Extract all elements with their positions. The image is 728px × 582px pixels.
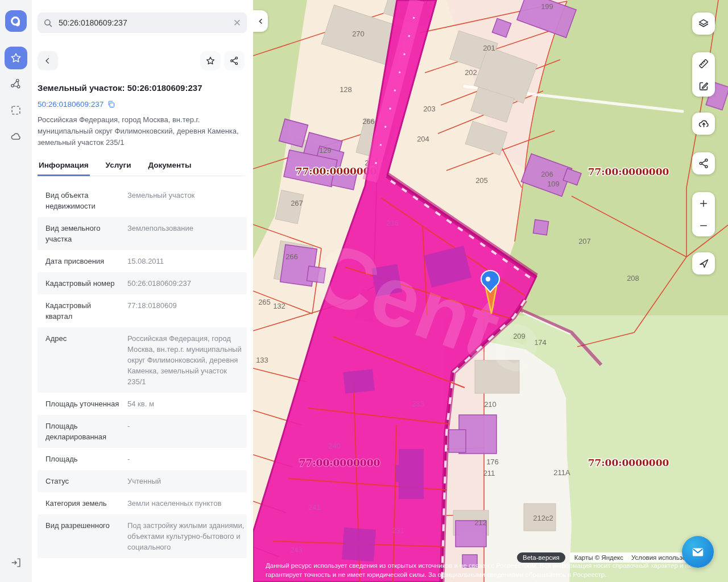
sidebar-item-favorites[interactable]: [5, 47, 27, 69]
tab-1[interactable]: Информация: [38, 157, 90, 176]
table-row: Кадастровый номер50:26:0180609:237: [38, 272, 247, 294]
tab-2[interactable]: Услуги: [105, 157, 133, 176]
feedback-button[interactable]: [682, 536, 714, 568]
parcel-label: 205: [475, 176, 488, 185]
cadastral-number-link[interactable]: 50:26:0180609:237: [38, 100, 245, 109]
row-label: Кадастровый номер: [46, 278, 119, 289]
table-row: Площадь уточненная54 кв. м: [38, 393, 247, 415]
app-window: ✕ Земельный участок: 50:26:01806: [0, 0, 728, 582]
parcel-label: 211: [483, 469, 495, 477]
chevron-left-icon: [43, 56, 52, 65]
tab-bar: ИнформацияУслугиДокументы: [38, 157, 245, 176]
back-button[interactable]: [38, 51, 58, 70]
row-label: Вид разрешенного: [46, 520, 119, 552]
parcel-label: 203: [423, 105, 436, 113]
sign-in-icon: [10, 556, 22, 569]
app-logo-icon[interactable]: [5, 10, 27, 32]
map-area[interactable]: 2712701992012021282032662041292682052061…: [253, 0, 728, 582]
favorite-button[interactable]: [200, 51, 221, 70]
row-label: Статус: [46, 476, 119, 487]
parcel-label: 206: [541, 170, 553, 178]
table-row: АдресРоссийская Федерация, город Москва,…: [38, 327, 247, 393]
row-value: Учтенный: [127, 476, 245, 487]
table-row: Дата присвоения15.08.2011: [38, 250, 247, 272]
locate-button[interactable]: [692, 252, 715, 275]
parcel-label: 204: [417, 135, 429, 143]
parcel-label: 265: [258, 298, 271, 306]
row-value: Российская Федерация, город Москва, вн.т…: [127, 333, 245, 387]
table-row: Вид объекта недвижимостиЗемельный участо…: [38, 184, 247, 217]
parcel-label: 266: [286, 252, 298, 261]
cadastral-map[interactable]: 2712701992012021282032662041292682052061…: [253, 0, 728, 582]
parcel-label: 128: [340, 85, 352, 94]
navigate-icon: [698, 257, 710, 269]
table-row: Площадь-: [38, 448, 247, 470]
parcel-label: 231: [392, 526, 404, 535]
row-value: 50:26:0180609:237: [127, 278, 245, 289]
upload-button[interactable]: [692, 113, 715, 135]
sidebar-item-geometry[interactable]: [5, 73, 27, 95]
search-input[interactable]: [57, 18, 229, 28]
parcel-label: 109: [547, 180, 560, 188]
parcel-label: 210: [484, 400, 497, 409]
share-icon: [698, 157, 710, 169]
zoom-group: [692, 192, 715, 236]
dashed-square-icon: [10, 104, 22, 117]
parcel-label: 207: [578, 237, 591, 246]
copy-icon[interactable]: [107, 100, 115, 109]
quarter-label: 77:00:0000000: [588, 166, 669, 177]
row-value: Под застройку жилыми зданиями, объектами…: [127, 520, 245, 552]
share-icon: [229, 56, 239, 66]
minus-icon: [698, 220, 709, 231]
row-value: Земельный участок: [127, 190, 245, 211]
sidebar-item-select-area[interactable]: [5, 99, 27, 122]
details-panel: ✕ Земельный участок: 50:26:01806: [32, 0, 253, 582]
row-label: Площадь уточненная: [46, 398, 119, 409]
row-value: 15.08.2011: [127, 256, 245, 267]
row-label: Вид земельного участка: [46, 223, 119, 244]
parcel-label: 212: [474, 518, 487, 527]
chevron-left-icon: [257, 18, 264, 25]
parcel-label: 270: [352, 30, 365, 38]
measure-button[interactable]: [692, 52, 715, 74]
measure-draw-group: [692, 52, 715, 97]
parcel-label: 133: [256, 356, 268, 364]
layers-button[interactable]: [692, 13, 715, 35]
row-label: Адрес: [46, 333, 119, 387]
plus-icon: [698, 198, 709, 209]
sign-in-button[interactable]: [5, 551, 27, 574]
clear-search-icon[interactable]: ✕: [233, 18, 241, 28]
layers-icon: [697, 18, 710, 30]
parcel-label: 241: [308, 503, 321, 512]
table-row: Кадастровый квартал77:18:0180609: [38, 294, 247, 327]
sidebar-item-cloud[interactable]: [5, 125, 27, 148]
tab-3[interactable]: Документы: [147, 157, 193, 176]
quarter-label: 77:00:0000000: [588, 457, 669, 468]
row-label: Дата присвоения: [46, 256, 119, 267]
parcel-label: 129: [319, 146, 332, 155]
zoom-in-button[interactable]: [692, 192, 715, 214]
share-button[interactable]: [224, 51, 245, 70]
parcel-label: 240: [328, 442, 341, 450]
zoom-out-button[interactable]: [692, 214, 715, 236]
parcel-label: 208: [627, 274, 639, 282]
map-share-button[interactable]: [692, 152, 715, 174]
search-bar[interactable]: ✕: [38, 13, 247, 33]
draw-button[interactable]: [692, 74, 715, 97]
cloud-upload-icon: [697, 117, 710, 130]
edit-icon: [697, 80, 710, 92]
left-rail: [0, 0, 32, 582]
parcel-label: 132: [273, 302, 286, 310]
table-row: СтатусУчтенный: [38, 470, 247, 492]
row-label: Кадастровый квартал: [46, 300, 119, 322]
parcel-label: 236: [386, 219, 399, 227]
row-value: Землепользование: [127, 223, 245, 244]
row-value: 77:18:0180609: [127, 300, 245, 322]
table-row: Площадь декларированная-: [38, 415, 247, 448]
map-credit[interactable]: Карты © Яндекс: [574, 554, 623, 561]
parcel-label: 212с2: [533, 514, 553, 522]
collapse-panel-button[interactable]: [253, 10, 268, 32]
object-address: Российская Федерация, город Москва, вн.т…: [38, 114, 245, 148]
parcel-label: 202: [465, 68, 477, 77]
terms-link[interactable]: Условия использования: [631, 554, 686, 561]
